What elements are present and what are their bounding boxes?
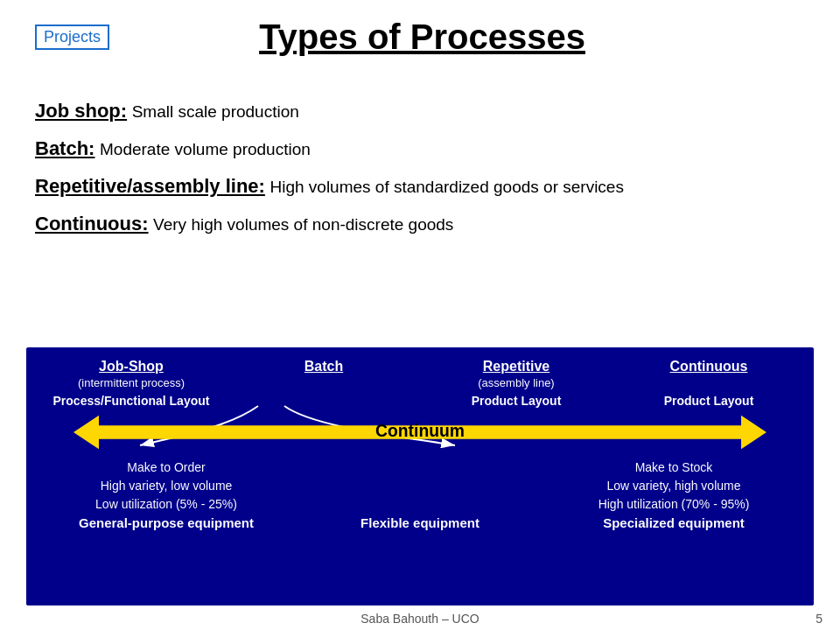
category-jobshop: Job-Shop (intermittent process) Process/… bbox=[35, 358, 228, 410]
footer-author: Saba Bahouth – UCO bbox=[0, 612, 840, 626]
continuous-layout: Product Layout bbox=[612, 393, 805, 410]
term-batch: Batch: bbox=[35, 137, 94, 159]
left-line-4: General-purpose equipment bbox=[39, 514, 293, 534]
content-line-4: Continuous: Very high volumes of non-dis… bbox=[35, 209, 805, 238]
left-line-1: Make to Order bbox=[39, 458, 293, 477]
desc-continuous: Very high volumes of non-discrete goods bbox=[153, 215, 453, 234]
continuum-container: Continuum bbox=[35, 413, 805, 452]
jobshop-sub: (intermittent process) bbox=[35, 376, 228, 391]
repetitive-name: Repetitive bbox=[420, 358, 612, 376]
desc-repetitive: High volumes of standardized goods or se… bbox=[270, 178, 623, 196]
content-line-3: Repetitive/assembly line: High volumes o… bbox=[35, 172, 805, 200]
right-line-3: High utilization (70% - 95%) bbox=[547, 495, 801, 514]
right-info: Make to Stock Low variety, high volume H… bbox=[547, 458, 801, 534]
right-line-2: Low variety, high volume bbox=[547, 477, 801, 495]
right-line-1: Make to Stock bbox=[547, 458, 801, 477]
left-line-3: Low utilization (5% - 25%) bbox=[39, 495, 293, 514]
term-jobshop: Job shop: bbox=[35, 100, 127, 122]
batch-layout bbox=[228, 393, 420, 410]
left-line-2: High variety, low volume bbox=[39, 477, 293, 495]
left-info: Make to Order High variety, low volume L… bbox=[39, 458, 293, 534]
batch-name: Batch bbox=[228, 358, 420, 376]
continuous-sub bbox=[612, 376, 805, 391]
content-area: Job shop: Small scale production Batch: … bbox=[35, 96, 805, 247]
jobshop-layout: Process/Functional Layout bbox=[35, 393, 228, 410]
right-line-4: Specialized equipment bbox=[547, 514, 801, 534]
repetitive-layout: Product Layout bbox=[420, 393, 612, 410]
category-batch: Batch bbox=[228, 358, 420, 410]
term-continuous: Continuous: bbox=[35, 213, 149, 234]
desc-batch: Moderate volume production bbox=[100, 140, 311, 158]
header: Projects Types of Processes bbox=[0, 18, 840, 57]
categories-row: Job-Shop (intermittent process) Process/… bbox=[35, 358, 805, 410]
diagram: Job-Shop (intermittent process) Process/… bbox=[26, 347, 814, 606]
page-title: Types of Processes bbox=[39, 18, 805, 57]
term-repetitive: Repetitive/assembly line: bbox=[35, 175, 265, 197]
continuum-arrow-svg: Continuum bbox=[74, 413, 766, 452]
category-repetitive: Repetitive (assembly line) Product Layou… bbox=[420, 358, 612, 410]
repetitive-sub: (assembly line) bbox=[420, 376, 612, 391]
center-line-1: Flexible equipment bbox=[360, 514, 480, 534]
footer-page-number: 5 bbox=[816, 612, 822, 626]
content-line-2: Batch: Moderate volume production bbox=[35, 134, 805, 163]
content-line-1: Job shop: Small scale production bbox=[35, 96, 805, 125]
svg-text:Continuum: Continuum bbox=[375, 422, 465, 440]
batch-sub bbox=[228, 376, 420, 391]
center-info: Flexible equipment bbox=[293, 458, 547, 534]
category-continuous: Continuous Product Layout bbox=[612, 358, 805, 410]
bottom-info: Make to Order High variety, low volume L… bbox=[35, 458, 805, 534]
continuous-name: Continuous bbox=[612, 358, 805, 376]
jobshop-name: Job-Shop bbox=[35, 358, 228, 376]
desc-jobshop: Small scale production bbox=[132, 102, 299, 121]
